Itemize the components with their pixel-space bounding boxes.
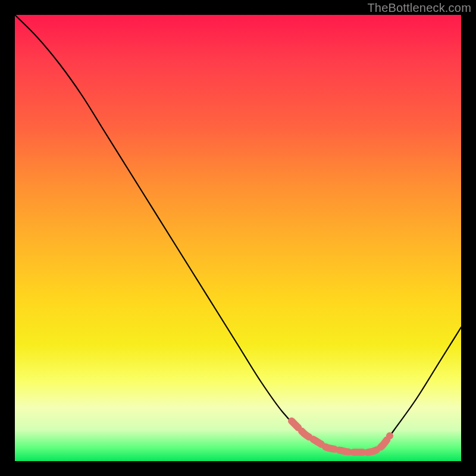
watermark-text: TheBottleneck.com [367, 1, 471, 15]
chart-svg [15, 15, 461, 461]
bottleneck-marker [292, 421, 390, 453]
bottleneck-curve [15, 15, 461, 453]
